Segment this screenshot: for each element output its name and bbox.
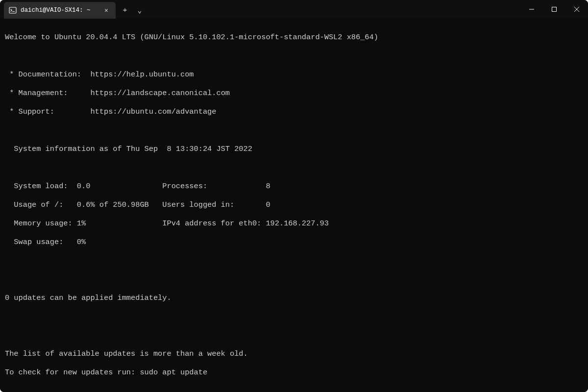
tab-dropdown-button[interactable]: ⌄ (132, 3, 147, 18)
motd-stale2: To check for new updates run: sudo apt u… (5, 368, 583, 377)
chevron-down-icon: ⌄ (137, 6, 142, 15)
maximize-icon (552, 7, 557, 12)
minimize-button[interactable] (520, 0, 543, 19)
window-controls (520, 0, 588, 19)
terminal-window: daichi@VAIO-SX14: ~ ✕ + ⌄ (0, 0, 588, 392)
maximize-button[interactable] (543, 0, 565, 19)
close-icon: ✕ (104, 6, 108, 14)
blank (5, 163, 583, 172)
terminal-icon (9, 6, 17, 14)
minimize-icon (529, 7, 534, 12)
close-icon (574, 7, 579, 12)
motd-stale1: The list of available updates is more th… (5, 349, 583, 359)
tabstrip-buttons: + ⌄ (116, 0, 147, 19)
blank (5, 275, 583, 284)
plus-icon: + (122, 6, 127, 15)
sysinfo-row1: System load: 0.0 Processes: 8 (5, 182, 583, 191)
blank (5, 126, 583, 135)
sysinfo-row3: Memory usage: 1% IPv4 address for eth0: … (5, 219, 583, 228)
svg-rect-0 (9, 7, 16, 13)
tab-title: daichi@VAIO-SX14: ~ (21, 7, 101, 14)
motd-mgmt: * Management: https://landscape.canonica… (5, 89, 583, 98)
sysinfo-row2: Usage of /: 0.6% of 250.98GB Users logge… (5, 200, 583, 210)
motd-welcome: Welcome to Ubuntu 20.04.4 LTS (GNU/Linux… (5, 33, 583, 42)
blank (5, 51, 583, 61)
motd-doc: * Documentation: https://help.ubuntu.com (5, 70, 583, 79)
window-close-button[interactable] (565, 0, 588, 19)
tab-active[interactable]: daichi@VAIO-SX14: ~ ✕ (4, 2, 116, 19)
motd-support: * Support: https://ubuntu.com/advantage (5, 107, 583, 117)
motd-updates: 0 updates can be applied immediately. (5, 294, 583, 303)
terminal-viewport[interactable]: Welcome to Ubuntu 20.04.4 LTS (GNU/Linux… (0, 19, 588, 392)
new-tab-button[interactable]: + (118, 3, 132, 18)
blank (5, 331, 583, 340)
blank (5, 312, 583, 321)
sysinfo-row4: Swap usage: 0% (5, 238, 583, 247)
blank (5, 387, 583, 392)
titlebar-drag-area[interactable] (147, 0, 520, 19)
titlebar: daichi@VAIO-SX14: ~ ✕ + ⌄ (0, 0, 588, 19)
blank (5, 256, 583, 266)
svg-rect-3 (552, 7, 557, 12)
tab-close-button[interactable]: ✕ (101, 5, 112, 16)
sysinfo-header: System information as of Thu Sep 8 13:30… (5, 145, 583, 154)
